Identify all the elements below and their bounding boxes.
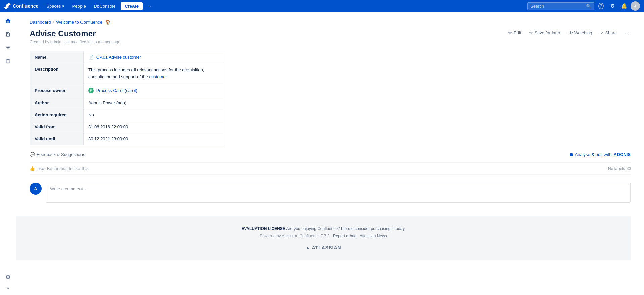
process-owner-link[interactable]: Process Carol (carol)	[96, 88, 137, 93]
left-sidebar: »	[0, 12, 16, 295]
table-label-valid-until: Valid until	[30, 133, 84, 145]
watching-button[interactable]: 👁 Watching	[567, 29, 594, 37]
notifications-button[interactable]: 🔔	[619, 1, 629, 11]
breadcrumb: Dashboard / Welcome to Confluence 🏠	[30, 19, 631, 25]
table-label-description: Description	[30, 63, 84, 84]
breadcrumb-space[interactable]: Welcome to Confluence	[56, 20, 102, 25]
settings-button[interactable]: ⚙	[608, 1, 617, 11]
edit-button[interactable]: ✏ Edit	[506, 29, 523, 37]
dbconsole-link[interactable]: DbConsole	[91, 2, 118, 10]
name-link[interactable]: CP.01 Advise customer	[96, 55, 141, 60]
top-right-area: 🔍 ? ⚙ 🔔 A	[527, 1, 640, 11]
user-avatar[interactable]: A	[631, 1, 640, 11]
breadcrumb-sep1: /	[53, 20, 54, 25]
table-label-process-owner: Process owner	[30, 84, 84, 97]
sidebar-home-icon[interactable]	[2, 15, 14, 27]
footer-eval: EVALUATION LICENSE Are you enjoying Conf…	[30, 226, 617, 231]
table-value-author: Adonis Power (ado)	[84, 97, 224, 109]
table-label-name: Name	[30, 51, 84, 63]
table-row: Valid until 30.12.2021 23:00:00	[30, 133, 224, 145]
page-title-area: Advise Customer ✏ Edit ☆ Save for later …	[30, 29, 631, 38]
analyse-button[interactable]: Analyse & edit with ADONIS	[570, 152, 631, 157]
sidebar-quote-icon[interactable]	[2, 42, 14, 54]
sidebar-settings-icon[interactable]	[2, 271, 14, 283]
no-labels: No labels 🏷	[608, 166, 631, 171]
share-icon: ↗	[600, 30, 604, 35]
footer-atlassian-logo: ▲ ATLASSIAN	[30, 245, 617, 250]
like-button[interactable]: 👍 Like	[30, 166, 44, 171]
feedback-button[interactable]: 💬 Feedback & Suggestions	[30, 152, 85, 157]
logo-text: Confluence	[13, 3, 38, 9]
bottom-tools: 💬 Feedback & Suggestions Analyse & edit …	[30, 152, 631, 157]
share-button[interactable]: ↗ Share	[598, 29, 619, 37]
like-row: 👍 Like Be the first to like this No labe…	[30, 162, 631, 175]
feedback-icon: 💬	[30, 152, 35, 157]
main-content: Dashboard / Welcome to Confluence 🏠 Advi…	[16, 12, 644, 295]
page-footer: EVALUATION LICENSE Are you enjoying Conf…	[16, 216, 631, 260]
search-box[interactable]: 🔍	[527, 2, 594, 10]
table-row: Action required No	[30, 109, 224, 121]
table-row: Author Adonis Power (ado)	[30, 97, 224, 109]
table-row: Process owner P Process Carol (carol)	[30, 84, 224, 97]
info-table: Name 📄 CP.01 Advise customer Description…	[30, 51, 224, 145]
comment-area: A Write a comment...	[30, 183, 631, 203]
like-count-text: Be the first to like this	[47, 166, 89, 171]
table-value-description: This process includes all relevant actio…	[84, 63, 224, 84]
table-value-valid-from: 31.08.2016 22:00:00	[84, 121, 224, 133]
sidebar-pages-icon[interactable]	[2, 28, 14, 40]
edit-icon: ✏	[508, 30, 512, 35]
spaces-menu[interactable]: Spaces ▾	[44, 2, 67, 10]
page-actions: ✏ Edit ☆ Save for later 👁 Watching ↗ Sha…	[506, 29, 631, 37]
sidebar-expand-button[interactable]: »	[2, 284, 14, 292]
help-button[interactable]: ?	[596, 1, 606, 11]
table-label-action-required: Action required	[30, 109, 84, 121]
table-label-valid-from: Valid from	[30, 121, 84, 133]
search-icon: 🔍	[586, 4, 591, 9]
file-icon: 📄	[88, 55, 94, 60]
thumbs-up-icon: 👍	[30, 166, 35, 171]
footer-links: Powered by Atlassian Confluence 7.7.3 · …	[30, 234, 617, 238]
eye-icon: 👁	[569, 30, 573, 35]
table-value-valid-until: 30.12.2021 23:00:00	[84, 133, 224, 145]
confluence-logo[interactable]: Confluence	[4, 3, 38, 9]
table-row: Description This process includes all re…	[30, 63, 224, 84]
save-for-later-button[interactable]: ☆ Save for later	[527, 29, 562, 37]
top-navigation: Confluence Spaces ▾ People DbConsole Cre…	[0, 0, 644, 12]
like-area: 👍 Like Be the first to like this	[30, 166, 88, 171]
sidebar-bottom: »	[2, 271, 14, 292]
breadcrumb-dashboard[interactable]: Dashboard	[30, 20, 51, 25]
table-value-name: 📄 CP.01 Advise customer	[84, 51, 224, 63]
comment-input[interactable]: Write a comment...	[46, 183, 631, 203]
page-title: Advise Customer	[30, 29, 96, 38]
page-meta: Created by admin, last modified just a m…	[30, 40, 631, 44]
sidebar-clipboard-icon[interactable]	[2, 55, 14, 67]
page-settings-icon[interactable]: 🏠	[104, 19, 111, 25]
search-input[interactable]	[530, 4, 585, 9]
table-label-author: Author	[30, 97, 84, 109]
adonis-label: ADONIS	[613, 152, 631, 157]
customer-link[interactable]: customer.	[149, 74, 168, 79]
adonis-dot	[570, 153, 573, 156]
comment-avatar: A	[30, 183, 42, 195]
more-actions-button[interactable]: ···	[623, 29, 631, 37]
people-link[interactable]: People	[70, 2, 89, 10]
create-button[interactable]: Create	[121, 2, 142, 10]
table-row: Name 📄 CP.01 Advise customer	[30, 51, 224, 63]
table-value-process-owner: P Process Carol (carol)	[84, 84, 224, 97]
table-value-action-required: No	[84, 109, 224, 121]
star-icon: ☆	[529, 30, 533, 35]
label-tag-icon: 🏷	[627, 166, 631, 171]
atlassian-news-link[interactable]: Atlassian News	[360, 234, 387, 238]
more-nav-button[interactable]: ···	[145, 2, 153, 10]
user-icon: P	[88, 88, 94, 93]
table-row: Valid from 31.08.2016 22:00:00	[30, 121, 224, 133]
report-bug-link[interactable]: Report a bug	[333, 234, 356, 238]
